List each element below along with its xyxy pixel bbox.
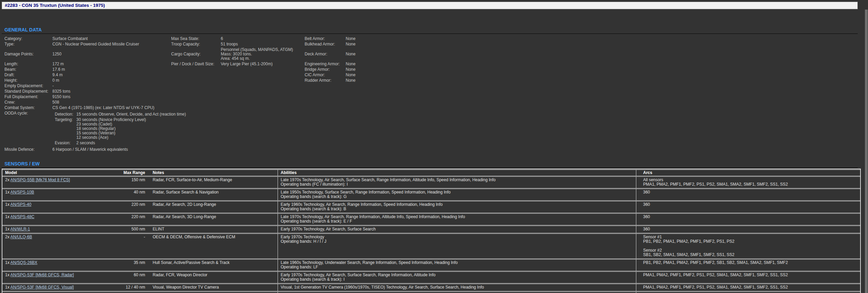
cell-line: Operating bands: H / I / J <box>281 239 633 244</box>
sensor-row: 1x Mk1 Eyeball15 / 50 nmAir Search, Surf… <box>2 292 860 293</box>
max-range-cell: 60 nm <box>114 271 150 283</box>
sensor-quantity: 1x <box>5 285 10 290</box>
abilities-cell: Early 1970s Technology, Air Search, Surf… <box>278 271 636 283</box>
cell-line: PMA1, PMA2, PMF1, PMF2, PS1, PS2, SMA1, … <box>643 273 857 277</box>
model-cell: 2x AN/SPG-55B [Mk76 Mod 8 FCS] <box>2 176 114 188</box>
cell-line: Early 1970s Technology, Air Search, Surf… <box>281 227 633 231</box>
cell-line: Area: 454 sq m. <box>221 56 305 61</box>
sensors-header-row: Model Max Range Notes Abilities Arcs <box>2 170 860 176</box>
arcs-cell: PMA1, PMA2, PMF1, PMF2, PS1, PS2, SMA1, … <box>636 284 860 291</box>
cell-line: 360 <box>643 227 857 231</box>
field-value: CS Gen 4 (1971-1985) (ex: Later NTDS w/ … <box>52 105 476 110</box>
ooda-targeting-line: 12 seconds (Ace) <box>76 135 146 140</box>
field-label: Cargo Capacity: <box>171 47 221 61</box>
ooda-targeting-line: 18 seconds (Regular) <box>76 126 146 131</box>
field-value: 172 m <box>52 61 171 67</box>
abilities-cell: Late 1970s Technology, Air Search, Range… <box>278 213 636 225</box>
ooda-targeting: Targeting:30 seconds (Novice Proficiency… <box>55 118 476 140</box>
crew-row: Crew:508 <box>4 99 476 105</box>
cell-line: Early 1970s Technology <box>281 235 633 239</box>
cell-line: Personnel (Squads, MANPADS, ATGM) <box>221 48 305 52</box>
field-value: Personnel (Squads, MANPADS, ATGM)Mass: 3… <box>221 47 305 61</box>
field-label: Rudder Armor: <box>305 78 346 83</box>
field-label: Missile Defence: <box>4 147 52 152</box>
field-value: Very Large Pier (45.1-200m) <box>221 61 305 67</box>
field-label: OODA cycle: <box>4 110 52 147</box>
sensor-quantity: 2x <box>5 235 10 239</box>
sensor-quantity: 2x <box>5 177 10 182</box>
field-value: None <box>346 47 476 61</box>
category-row: Category:Surface CombatantMax Sea State:… <box>4 36 476 41</box>
abilities-cell: Late 1950s Technology, Surface Search, R… <box>278 189 636 201</box>
field-label: Crew: <box>4 99 52 105</box>
max-range-cell: 15 / 50 nm <box>114 292 150 293</box>
field-value: - <box>52 83 476 89</box>
field-value: 9.4 m <box>52 72 171 78</box>
arcs-cell: All sensorsPMA1, PMA2, PMF1, PMF2, PS1, … <box>636 176 860 188</box>
max-range-cell: 150 nm <box>114 176 150 188</box>
sensor-model-link[interactable]: AN/SPG-53F [Mk68 GFCS, Visual] <box>10 285 74 290</box>
column-header-max-range: Max Range <box>114 170 150 176</box>
sensor-quantity: 1x <box>5 260 10 265</box>
field-value: 1250 <box>52 47 171 61</box>
damage-cargo-row: Damage Points:1250Cargo Capacity:Personn… <box>4 47 476 61</box>
field-label: Beam: <box>4 67 52 72</box>
cell-line: 360 <box>643 215 857 219</box>
model-cell: 1x AN/WLR-1 <box>2 226 114 233</box>
sensor-row: 1x AN/SQS-26BX35 nmHull Sonar, Active/Pa… <box>2 259 860 271</box>
sensor-model-link[interactable]: AN/SPS-10B <box>10 190 34 195</box>
abilities-cell: Early 1970s TechnologyOperating bands: H… <box>278 234 636 259</box>
sensors-table-body: 2x AN/SPG-55B [Mk76 Mod 8 FCS]150 nmRada… <box>2 176 860 293</box>
general-data-heading: GENERAL DATA <box>2 27 858 34</box>
sensor-model-link[interactable]: AN/SQS-26BX <box>10 260 37 265</box>
arcs-cell: 360 <box>636 201 860 213</box>
field-value: None <box>346 78 476 83</box>
height-row: Height:0 mRudder Armor:None <box>4 78 476 83</box>
cell-line: Operating bands: LF <box>281 265 633 269</box>
max-range-cell: 12 / 40 nm <box>114 284 150 291</box>
sensor-quantity: 1x <box>5 272 10 277</box>
field-label: Bridge Armor: <box>305 67 346 72</box>
sensors-heading: SENSORS / EW <box>2 161 858 168</box>
field-value: None <box>346 61 476 67</box>
sensor-row: 2x AN/SPG-55B [Mk76 Mod 8 FCS]150 nmRada… <box>2 176 860 188</box>
field-value: 9150 tons <box>52 94 476 99</box>
cell-line: PMA1, PMA2, PMF1, PMF2, PS1, PS2, SMA1, … <box>643 182 857 187</box>
max-range-cell: 500 nm <box>114 226 150 233</box>
sensor-model-link[interactable]: AN/ULQ-6B <box>10 235 32 239</box>
sensor-model-link[interactable]: AN/WLR-1 <box>10 227 30 231</box>
ooda-detection-label: Detection: <box>55 112 76 117</box>
ooda-evasion-value: 2 seconds <box>76 141 95 145</box>
abilities-cell: Air Search, Surface Search, Ground Searc… <box>278 292 636 293</box>
cell-line: PB1, PB2, PMA1, PMA2, PMF1, PMF2, SB1, S… <box>643 261 857 265</box>
cell-line: Operating bands (search & track): B <box>281 207 633 211</box>
ooda-detection-value: 15 seconds Observe, Orient, Decide, and … <box>76 112 186 117</box>
column-header-model: Model <box>2 170 114 176</box>
field-label: Standard Displacement: <box>4 89 52 94</box>
ooda-targeting-line: 15 seconds (Veteran) <box>76 131 146 135</box>
general-data-body: Category:Surface CombatantMax Sea State:… <box>4 36 476 152</box>
sensor-model-link[interactable]: AN/SPG-53F [Mk68 GFCS, Radar] <box>10 272 74 277</box>
field-value: 51 troops <box>221 41 305 47</box>
sensor-model-link[interactable]: AN/SPS-40 <box>10 202 31 207</box>
arcs-cell: PMA1, PMA2, PMF1, PMF2, PS1, PS2, SMA1, … <box>636 271 860 283</box>
vertical-scrollbar-thumb[interactable] <box>865 10 868 293</box>
sensor-model-link[interactable]: AN/SPG-55B [Mk76 Mod 8 FCS] <box>10 177 70 182</box>
cell-line: 360 <box>643 202 857 207</box>
field-value <box>221 78 305 83</box>
empty-displacement-row: Empty Displacement:- <box>4 83 476 89</box>
sensor-row: 1x AN/SPG-53F [Mk68 GFCS, Radar]60 nmRad… <box>2 271 860 283</box>
field-label: Max Sea State: <box>171 36 221 41</box>
field-value: None <box>346 36 476 41</box>
ooda-evasion-label: Evasion: <box>55 141 76 145</box>
sensor-row: 1x AN/SPS-48C220 nmRadar, Air Search, 3D… <box>2 213 860 225</box>
sensor-model-link[interactable]: AN/SPS-48C <box>10 214 34 219</box>
arcs-cell: 360 <box>636 213 860 225</box>
field-value: 8325 tons <box>52 89 476 94</box>
field-label: Troop Capacity: <box>171 41 221 47</box>
field-label: Type: <box>4 41 52 47</box>
sensor-quantity: 1x <box>5 202 10 207</box>
cell-line: PB1, PB2, PMA1, PMA2, PMF1, PMF2, PS1, P… <box>643 239 857 244</box>
column-header-abilities: Abilities <box>278 170 636 176</box>
field-label: Length: <box>4 61 52 67</box>
